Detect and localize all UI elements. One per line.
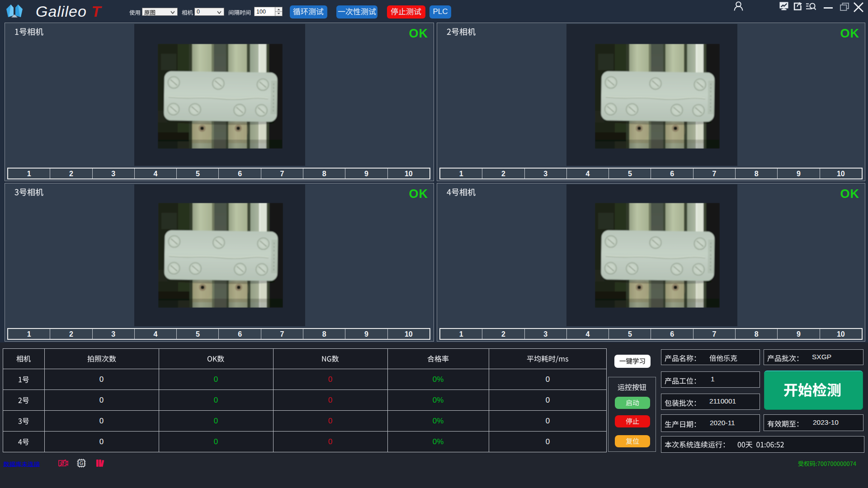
- svg-text:G: G: [80, 460, 84, 466]
